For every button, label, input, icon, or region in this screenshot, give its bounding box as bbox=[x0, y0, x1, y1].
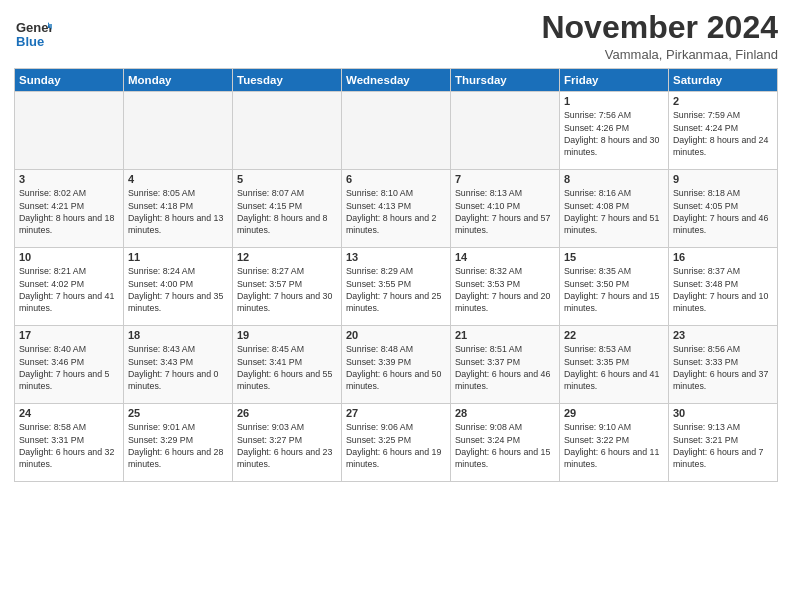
calendar-cell: 21Sunrise: 8:51 AM Sunset: 3:37 PM Dayli… bbox=[451, 326, 560, 404]
day-number: 22 bbox=[564, 329, 664, 341]
title-block: November 2024 Vammala, Pirkanmaa, Finlan… bbox=[541, 10, 778, 62]
day-info: Sunrise: 8:58 AM Sunset: 3:31 PM Dayligh… bbox=[19, 421, 119, 470]
day-info: Sunrise: 8:16 AM Sunset: 4:08 PM Dayligh… bbox=[564, 187, 664, 236]
calendar-cell: 8Sunrise: 8:16 AM Sunset: 4:08 PM Daylig… bbox=[560, 170, 669, 248]
header: General Blue November 2024 Vammala, Pirk… bbox=[14, 10, 778, 62]
day-number: 1 bbox=[564, 95, 664, 107]
day-info: Sunrise: 9:03 AM Sunset: 3:27 PM Dayligh… bbox=[237, 421, 337, 470]
calendar-cell: 7Sunrise: 8:13 AM Sunset: 4:10 PM Daylig… bbox=[451, 170, 560, 248]
day-number: 17 bbox=[19, 329, 119, 341]
day-number: 29 bbox=[564, 407, 664, 419]
day-info: Sunrise: 9:01 AM Sunset: 3:29 PM Dayligh… bbox=[128, 421, 228, 470]
day-number: 5 bbox=[237, 173, 337, 185]
calendar-cell: 30Sunrise: 9:13 AM Sunset: 3:21 PM Dayli… bbox=[669, 404, 778, 482]
day-number: 27 bbox=[346, 407, 446, 419]
calendar-cell: 27Sunrise: 9:06 AM Sunset: 3:25 PM Dayli… bbox=[342, 404, 451, 482]
day-info: Sunrise: 8:21 AM Sunset: 4:02 PM Dayligh… bbox=[19, 265, 119, 314]
day-info: Sunrise: 8:24 AM Sunset: 4:00 PM Dayligh… bbox=[128, 265, 228, 314]
header-sunday: Sunday bbox=[15, 69, 124, 92]
day-number: 14 bbox=[455, 251, 555, 263]
day-number: 24 bbox=[19, 407, 119, 419]
svg-text:Blue: Blue bbox=[16, 34, 44, 49]
header-thursday: Thursday bbox=[451, 69, 560, 92]
day-info: Sunrise: 8:51 AM Sunset: 3:37 PM Dayligh… bbox=[455, 343, 555, 392]
day-info: Sunrise: 8:02 AM Sunset: 4:21 PM Dayligh… bbox=[19, 187, 119, 236]
location: Vammala, Pirkanmaa, Finland bbox=[541, 47, 778, 62]
calendar-week-3: 17Sunrise: 8:40 AM Sunset: 3:46 PM Dayli… bbox=[15, 326, 778, 404]
logo: General Blue bbox=[14, 14, 52, 56]
day-number: 6 bbox=[346, 173, 446, 185]
day-info: Sunrise: 8:35 AM Sunset: 3:50 PM Dayligh… bbox=[564, 265, 664, 314]
calendar-cell: 14Sunrise: 8:32 AM Sunset: 3:53 PM Dayli… bbox=[451, 248, 560, 326]
calendar-cell: 17Sunrise: 8:40 AM Sunset: 3:46 PM Dayli… bbox=[15, 326, 124, 404]
day-number: 7 bbox=[455, 173, 555, 185]
calendar-cell: 11Sunrise: 8:24 AM Sunset: 4:00 PM Dayli… bbox=[124, 248, 233, 326]
calendar-cell: 15Sunrise: 8:35 AM Sunset: 3:50 PM Dayli… bbox=[560, 248, 669, 326]
header-friday: Friday bbox=[560, 69, 669, 92]
day-info: Sunrise: 8:43 AM Sunset: 3:43 PM Dayligh… bbox=[128, 343, 228, 392]
calendar-week-0: 1Sunrise: 7:56 AM Sunset: 4:26 PM Daylig… bbox=[15, 92, 778, 170]
calendar-cell: 1Sunrise: 7:56 AM Sunset: 4:26 PM Daylig… bbox=[560, 92, 669, 170]
day-number: 26 bbox=[237, 407, 337, 419]
calendar-cell: 10Sunrise: 8:21 AM Sunset: 4:02 PM Dayli… bbox=[15, 248, 124, 326]
calendar-cell: 18Sunrise: 8:43 AM Sunset: 3:43 PM Dayli… bbox=[124, 326, 233, 404]
day-info: Sunrise: 8:18 AM Sunset: 4:05 PM Dayligh… bbox=[673, 187, 773, 236]
day-info: Sunrise: 9:13 AM Sunset: 3:21 PM Dayligh… bbox=[673, 421, 773, 470]
calendar-cell: 20Sunrise: 8:48 AM Sunset: 3:39 PM Dayli… bbox=[342, 326, 451, 404]
day-number: 30 bbox=[673, 407, 773, 419]
day-info: Sunrise: 7:59 AM Sunset: 4:24 PM Dayligh… bbox=[673, 109, 773, 158]
day-info: Sunrise: 8:13 AM Sunset: 4:10 PM Dayligh… bbox=[455, 187, 555, 236]
header-wednesday: Wednesday bbox=[342, 69, 451, 92]
calendar-cell: 23Sunrise: 8:56 AM Sunset: 3:33 PM Dayli… bbox=[669, 326, 778, 404]
day-number: 4 bbox=[128, 173, 228, 185]
calendar-cell: 4Sunrise: 8:05 AM Sunset: 4:18 PM Daylig… bbox=[124, 170, 233, 248]
calendar-cell bbox=[233, 92, 342, 170]
day-number: 11 bbox=[128, 251, 228, 263]
day-info: Sunrise: 8:27 AM Sunset: 3:57 PM Dayligh… bbox=[237, 265, 337, 314]
calendar-cell bbox=[342, 92, 451, 170]
day-info: Sunrise: 8:32 AM Sunset: 3:53 PM Dayligh… bbox=[455, 265, 555, 314]
calendar-cell: 12Sunrise: 8:27 AM Sunset: 3:57 PM Dayli… bbox=[233, 248, 342, 326]
calendar-cell: 29Sunrise: 9:10 AM Sunset: 3:22 PM Dayli… bbox=[560, 404, 669, 482]
calendar-cell: 16Sunrise: 8:37 AM Sunset: 3:48 PM Dayli… bbox=[669, 248, 778, 326]
day-number: 9 bbox=[673, 173, 773, 185]
header-monday: Monday bbox=[124, 69, 233, 92]
calendar-cell: 2Sunrise: 7:59 AM Sunset: 4:24 PM Daylig… bbox=[669, 92, 778, 170]
page: General Blue November 2024 Vammala, Pirk… bbox=[0, 0, 792, 612]
header-saturday: Saturday bbox=[669, 69, 778, 92]
calendar-cell: 28Sunrise: 9:08 AM Sunset: 3:24 PM Dayli… bbox=[451, 404, 560, 482]
calendar-cell: 26Sunrise: 9:03 AM Sunset: 3:27 PM Dayli… bbox=[233, 404, 342, 482]
calendar-cell bbox=[451, 92, 560, 170]
day-info: Sunrise: 8:29 AM Sunset: 3:55 PM Dayligh… bbox=[346, 265, 446, 314]
day-info: Sunrise: 9:08 AM Sunset: 3:24 PM Dayligh… bbox=[455, 421, 555, 470]
day-number: 21 bbox=[455, 329, 555, 341]
logo-icon: General Blue bbox=[14, 14, 52, 52]
day-info: Sunrise: 7:56 AM Sunset: 4:26 PM Dayligh… bbox=[564, 109, 664, 158]
day-info: Sunrise: 8:48 AM Sunset: 3:39 PM Dayligh… bbox=[346, 343, 446, 392]
day-number: 8 bbox=[564, 173, 664, 185]
calendar-cell bbox=[124, 92, 233, 170]
calendar-week-2: 10Sunrise: 8:21 AM Sunset: 4:02 PM Dayli… bbox=[15, 248, 778, 326]
day-number: 25 bbox=[128, 407, 228, 419]
calendar-cell: 22Sunrise: 8:53 AM Sunset: 3:35 PM Dayli… bbox=[560, 326, 669, 404]
day-info: Sunrise: 8:53 AM Sunset: 3:35 PM Dayligh… bbox=[564, 343, 664, 392]
day-info: Sunrise: 9:10 AM Sunset: 3:22 PM Dayligh… bbox=[564, 421, 664, 470]
day-info: Sunrise: 8:10 AM Sunset: 4:13 PM Dayligh… bbox=[346, 187, 446, 236]
day-info: Sunrise: 8:37 AM Sunset: 3:48 PM Dayligh… bbox=[673, 265, 773, 314]
day-info: Sunrise: 8:07 AM Sunset: 4:15 PM Dayligh… bbox=[237, 187, 337, 236]
day-info: Sunrise: 8:05 AM Sunset: 4:18 PM Dayligh… bbox=[128, 187, 228, 236]
day-info: Sunrise: 8:56 AM Sunset: 3:33 PM Dayligh… bbox=[673, 343, 773, 392]
calendar-cell: 24Sunrise: 8:58 AM Sunset: 3:31 PM Dayli… bbox=[15, 404, 124, 482]
day-number: 2 bbox=[673, 95, 773, 107]
calendar-cell: 19Sunrise: 8:45 AM Sunset: 3:41 PM Dayli… bbox=[233, 326, 342, 404]
calendar-cell: 6Sunrise: 8:10 AM Sunset: 4:13 PM Daylig… bbox=[342, 170, 451, 248]
svg-text:General: General bbox=[16, 20, 52, 35]
calendar-cell: 13Sunrise: 8:29 AM Sunset: 3:55 PM Dayli… bbox=[342, 248, 451, 326]
day-number: 15 bbox=[564, 251, 664, 263]
day-number: 28 bbox=[455, 407, 555, 419]
calendar-week-4: 24Sunrise: 8:58 AM Sunset: 3:31 PM Dayli… bbox=[15, 404, 778, 482]
calendar-cell bbox=[15, 92, 124, 170]
day-number: 10 bbox=[19, 251, 119, 263]
calendar-header-row: Sunday Monday Tuesday Wednesday Thursday… bbox=[15, 69, 778, 92]
day-number: 18 bbox=[128, 329, 228, 341]
